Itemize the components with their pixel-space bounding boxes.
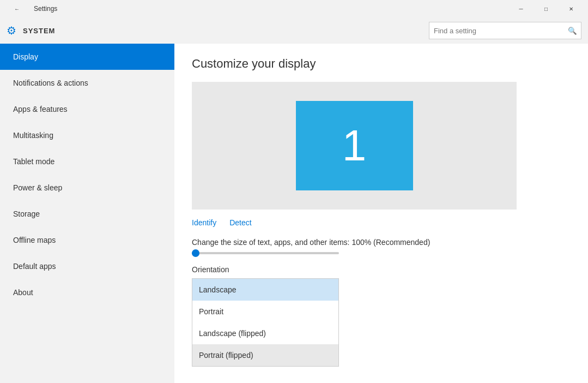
sidebar: DisplayNotifications & actionsApps & fea… <box>0 44 174 383</box>
sidebar-item-display[interactable]: Display <box>0 44 174 70</box>
search-input[interactable] <box>429 27 563 35</box>
titlebar-title: Settings <box>34 5 57 13</box>
main-layout: DisplayNotifications & actionsApps & fea… <box>0 44 588 383</box>
orientation-dropdown: LandscapePortraitLandscape (flipped)Port… <box>192 278 339 367</box>
sidebar-item-tablet[interactable]: Tablet mode <box>0 148 174 175</box>
titlebar: ← Settings ─ □ ✕ <box>0 0 588 17</box>
maximize-button[interactable]: □ <box>534 0 559 17</box>
header: ⚙ SYSTEM 🔍 <box>0 17 588 44</box>
minimize-button[interactable]: ─ <box>508 0 534 17</box>
slider-container[interactable] <box>192 252 571 254</box>
sidebar-item-about[interactable]: About <box>0 279 174 306</box>
sidebar-item-default[interactable]: Default apps <box>0 253 174 279</box>
search-box: 🔍 <box>429 22 581 39</box>
titlebar-controls: ─ □ ✕ <box>508 0 584 17</box>
orientation-option[interactable]: Portrait (flipped) <box>192 344 338 366</box>
monitor-number: 1 <box>342 121 367 171</box>
orientation-option[interactable]: Portrait <box>192 301 338 322</box>
monitor-block: 1 <box>296 101 413 190</box>
scale-label: Change the size of text, apps, and other… <box>192 238 571 247</box>
sidebar-item-storage[interactable]: Storage <box>0 201 174 227</box>
orientation-option[interactable]: Landscape (flipped) <box>192 322 338 344</box>
orientation-label: Orientation <box>192 265 571 274</box>
page-title: Customize your display <box>192 57 571 71</box>
sidebar-item-multitasking[interactable]: Multitasking <box>0 122 174 148</box>
slider-track[interactable] <box>192 252 339 254</box>
app-container: ⚙ SYSTEM 🔍 DisplayNotifications & action… <box>0 17 588 383</box>
orientation-option[interactable]: Landscape <box>192 279 338 301</box>
slider-thumb[interactable] <box>192 249 199 257</box>
system-icon: ⚙ <box>7 24 16 37</box>
sidebar-item-notifications[interactable]: Notifications & actions <box>0 70 174 96</box>
back-button[interactable]: ← <box>4 0 29 17</box>
close-button[interactable]: ✕ <box>559 0 584 17</box>
identify-link[interactable]: Identify <box>192 218 216 227</box>
titlebar-left: ← Settings <box>4 0 57 17</box>
sidebar-item-power[interactable]: Power & sleep <box>0 175 174 201</box>
link-row: Identify Detect <box>192 218 571 227</box>
header-title: SYSTEM <box>23 27 55 35</box>
search-button[interactable]: 🔍 <box>563 22 581 39</box>
sidebar-item-apps[interactable]: Apps & features <box>0 96 174 122</box>
content-area: Customize your display 1 Identify Detect… <box>174 44 588 383</box>
display-preview: 1 <box>192 82 517 210</box>
sidebar-item-offline[interactable]: Offline maps <box>0 227 174 253</box>
detect-link[interactable]: Detect <box>229 218 251 227</box>
